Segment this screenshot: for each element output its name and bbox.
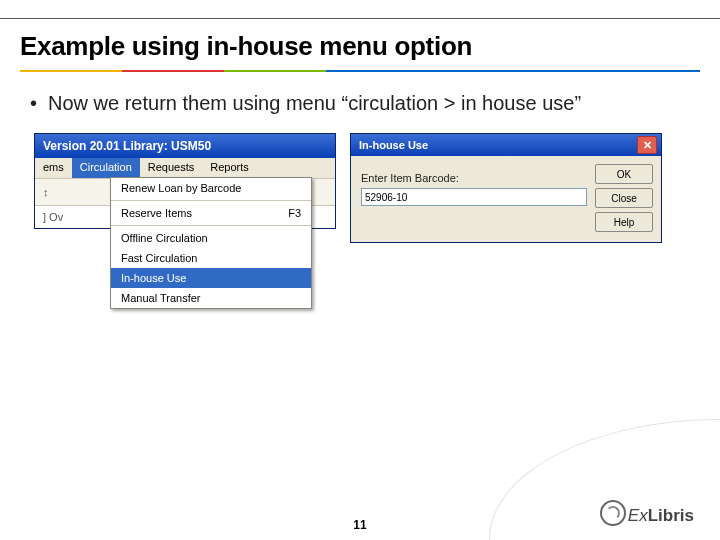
help-button[interactable]: Help	[595, 212, 653, 232]
menu-item-circulation[interactable]: Circulation	[72, 158, 140, 178]
menu-separator	[111, 225, 311, 226]
dialog-title-text: In-house Use	[359, 139, 428, 151]
dialog-titlebar: In-house Use ✕	[351, 134, 661, 156]
bullet-text: Now we return them using menu “circulati…	[48, 90, 581, 117]
menu-separator	[111, 200, 311, 201]
close-button[interactable]: Close	[595, 188, 653, 208]
menu-option-renew[interactable]: Renew Loan by Barcode	[111, 178, 311, 198]
barcode-label: Enter Item Barcode:	[361, 172, 587, 184]
menu-item-ems[interactable]: ems	[35, 158, 72, 178]
menu-option-inhouse[interactable]: In-house Use	[111, 268, 311, 288]
menubar[interactable]: ems Circulation Requests Reports	[35, 158, 335, 178]
menu-item-requests[interactable]: Requests	[140, 158, 202, 178]
close-icon[interactable]: ✕	[637, 136, 657, 154]
toolbar-icon: ↕	[43, 186, 49, 198]
slide-title: Example using in-house menu option	[0, 19, 720, 70]
dropdown-menu[interactable]: Renew Loan by Barcode Reserve ItemsF3 Of…	[110, 177, 312, 309]
brand-icon	[600, 500, 626, 526]
menu-option-offline[interactable]: Offline Circulation	[111, 228, 311, 248]
menu-item-reports[interactable]: Reports	[202, 158, 257, 178]
ok-button[interactable]: OK	[595, 164, 653, 184]
top-bar	[0, 0, 720, 19]
app-titlebar: Version 20.01 Library: USM50	[35, 134, 335, 158]
menu-option-reserve[interactable]: Reserve ItemsF3	[111, 203, 311, 223]
bullet: • Now we return them using menu “circula…	[0, 72, 720, 117]
menu-option-manual[interactable]: Manual Transfer	[111, 288, 311, 308]
barcode-input[interactable]	[361, 188, 587, 206]
inhouse-dialog: In-house Use ✕ Enter Item Barcode: OK Cl…	[350, 133, 662, 243]
bullet-marker: •	[30, 90, 48, 117]
menu-option-fast[interactable]: Fast Circulation	[111, 248, 311, 268]
brand-logo: ExLibris	[600, 500, 694, 526]
